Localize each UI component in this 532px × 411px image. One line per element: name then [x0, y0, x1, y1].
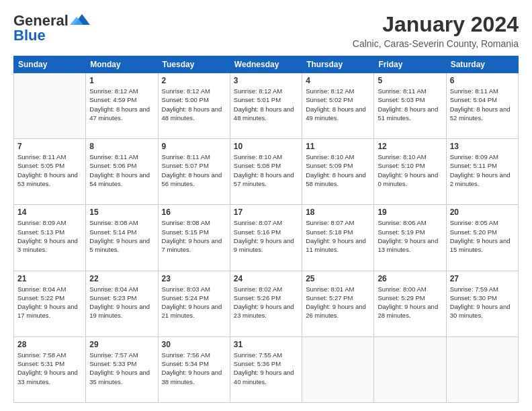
day-number: 10 — [234, 142, 298, 151]
day-number: 12 — [378, 142, 442, 151]
calendar-week-row: 14Sunrise: 8:09 AMSunset: 5:13 PMDayligh… — [14, 205, 519, 271]
table-row: 4Sunrise: 8:12 AMSunset: 5:02 PMDaylight… — [302, 73, 374, 139]
day-number: 19 — [378, 208, 442, 217]
table-row — [374, 336, 446, 402]
day-number: 26 — [378, 274, 442, 283]
day-number: 21 — [17, 274, 82, 283]
day-number: 11 — [306, 142, 370, 151]
day-info: Sunrise: 8:01 AMSunset: 5:27 PMDaylight:… — [306, 285, 370, 320]
day-info: Sunrise: 8:08 AMSunset: 5:14 PMDaylight:… — [89, 218, 154, 254]
day-info: Sunrise: 8:11 AMSunset: 5:05 PMDaylight:… — [17, 152, 82, 188]
day-info: Sunrise: 8:07 AMSunset: 5:16 PMDaylight:… — [234, 218, 298, 254]
calendar-body: 1Sunrise: 8:12 AMSunset: 4:59 PMDaylight… — [14, 73, 519, 403]
day-info: Sunrise: 8:02 AMSunset: 5:26 PMDaylight:… — [234, 285, 298, 320]
day-info: Sunrise: 7:57 AMSunset: 5:33 PMDaylight:… — [89, 351, 154, 386]
table-row: 12Sunrise: 8:10 AMSunset: 5:10 PMDayligh… — [374, 139, 446, 205]
day-info: Sunrise: 7:55 AMSunset: 5:36 PMDaylight:… — [234, 351, 298, 386]
day-info: Sunrise: 8:12 AMSunset: 5:00 PMDaylight:… — [162, 87, 226, 122]
table-row — [14, 73, 86, 139]
day-number: 4 — [306, 76, 370, 85]
day-number: 28 — [17, 340, 82, 349]
table-row: 3Sunrise: 8:12 AMSunset: 5:01 PMDaylight… — [230, 73, 302, 139]
day-info: Sunrise: 8:09 AMSunset: 5:11 PMDaylight:… — [450, 152, 515, 188]
day-number: 17 — [234, 208, 298, 217]
table-row: 19Sunrise: 8:06 AMSunset: 5:19 PMDayligh… — [374, 205, 446, 271]
day-info: Sunrise: 8:11 AMSunset: 5:06 PMDaylight:… — [89, 152, 154, 188]
day-info: Sunrise: 8:06 AMSunset: 5:19 PMDaylight:… — [378, 218, 442, 254]
day-info: Sunrise: 8:12 AMSunset: 4:59 PMDaylight:… — [89, 87, 154, 122]
header: General Blue January 2024 Calnic, Caras-… — [13, 12, 519, 49]
col-saturday: Saturday — [446, 56, 518, 73]
table-row: 7Sunrise: 8:11 AMSunset: 5:05 PMDaylight… — [14, 139, 86, 205]
day-number: 25 — [306, 274, 370, 283]
day-number: 1 — [89, 76, 154, 85]
day-number: 13 — [450, 142, 515, 151]
calendar-week-row: 7Sunrise: 8:11 AMSunset: 5:05 PMDaylight… — [14, 139, 519, 205]
day-number: 27 — [450, 274, 515, 283]
table-row: 21Sunrise: 8:04 AMSunset: 5:22 PMDayligh… — [14, 271, 86, 336]
day-number: 5 — [378, 76, 442, 85]
col-sunday: Sunday — [14, 56, 86, 73]
day-info: Sunrise: 8:05 AMSunset: 5:20 PMDaylight:… — [450, 218, 515, 254]
calendar-week-row: 21Sunrise: 8:04 AMSunset: 5:22 PMDayligh… — [14, 271, 519, 336]
day-number: 6 — [450, 76, 515, 85]
col-tuesday: Tuesday — [158, 56, 230, 73]
table-row: 13Sunrise: 8:09 AMSunset: 5:11 PMDayligh… — [446, 139, 518, 205]
table-row: 30Sunrise: 7:56 AMSunset: 5:34 PMDayligh… — [158, 336, 230, 402]
day-info: Sunrise: 8:10 AMSunset: 5:08 PMDaylight:… — [234, 152, 298, 188]
title-block: January 2024 Calnic, Caras-Severin Count… — [353, 12, 519, 49]
day-number: 29 — [89, 340, 154, 349]
day-info: Sunrise: 8:12 AMSunset: 5:02 PMDaylight:… — [306, 87, 370, 122]
table-row: 17Sunrise: 8:07 AMSunset: 5:16 PMDayligh… — [230, 205, 302, 271]
table-row: 25Sunrise: 8:01 AMSunset: 5:27 PMDayligh… — [302, 271, 374, 336]
day-number: 22 — [89, 274, 154, 283]
day-number: 16 — [162, 208, 226, 217]
day-number: 9 — [162, 142, 226, 151]
calendar-subtitle: Calnic, Caras-Severin County, Romania — [353, 38, 519, 49]
table-row: 22Sunrise: 8:04 AMSunset: 5:23 PMDayligh… — [86, 271, 158, 336]
table-row: 20Sunrise: 8:05 AMSunset: 5:20 PMDayligh… — [446, 205, 518, 271]
day-info: Sunrise: 8:11 AMSunset: 5:03 PMDaylight:… — [378, 87, 442, 122]
table-row: 24Sunrise: 8:02 AMSunset: 5:26 PMDayligh… — [230, 271, 302, 336]
day-info: Sunrise: 8:10 AMSunset: 5:09 PMDaylight:… — [306, 152, 370, 188]
col-monday: Monday — [86, 56, 158, 73]
day-info: Sunrise: 8:03 AMSunset: 5:24 PMDaylight:… — [162, 285, 226, 320]
calendar-header-row: Sunday Monday Tuesday Wednesday Thursday… — [14, 56, 519, 73]
day-info: Sunrise: 7:59 AMSunset: 5:30 PMDaylight:… — [450, 285, 515, 320]
table-row: 18Sunrise: 8:07 AMSunset: 5:18 PMDayligh… — [302, 205, 374, 271]
day-info: Sunrise: 8:12 AMSunset: 5:01 PMDaylight:… — [234, 87, 298, 122]
day-info: Sunrise: 8:11 AMSunset: 5:07 PMDaylight:… — [162, 152, 226, 188]
table-row — [446, 336, 518, 402]
table-row: 31Sunrise: 7:55 AMSunset: 5:36 PMDayligh… — [230, 336, 302, 402]
table-row: 11Sunrise: 8:10 AMSunset: 5:09 PMDayligh… — [302, 139, 374, 205]
table-row: 1Sunrise: 8:12 AMSunset: 4:59 PMDaylight… — [86, 73, 158, 139]
day-number: 7 — [17, 142, 82, 151]
table-row: 16Sunrise: 8:08 AMSunset: 5:15 PMDayligh… — [158, 205, 230, 271]
table-row: 15Sunrise: 8:08 AMSunset: 5:14 PMDayligh… — [86, 205, 158, 271]
calendar-title: January 2024 — [353, 12, 519, 37]
table-row: 8Sunrise: 8:11 AMSunset: 5:06 PMDaylight… — [86, 139, 158, 205]
table-row: 28Sunrise: 7:58 AMSunset: 5:31 PMDayligh… — [14, 336, 86, 402]
logo-blue: Blue — [13, 27, 46, 44]
col-wednesday: Wednesday — [230, 56, 302, 73]
col-thursday: Thursday — [302, 56, 374, 73]
table-row: 2Sunrise: 8:12 AMSunset: 5:00 PMDaylight… — [158, 73, 230, 139]
day-number: 30 — [162, 340, 226, 349]
table-row — [302, 336, 374, 402]
day-number: 3 — [234, 76, 298, 85]
table-row: 6Sunrise: 8:11 AMSunset: 5:04 PMDaylight… — [446, 73, 518, 139]
calendar-week-row: 28Sunrise: 7:58 AMSunset: 5:31 PMDayligh… — [14, 336, 519, 402]
table-row: 10Sunrise: 8:10 AMSunset: 5:08 PMDayligh… — [230, 139, 302, 205]
day-number: 14 — [17, 208, 82, 217]
day-info: Sunrise: 7:56 AMSunset: 5:34 PMDaylight:… — [162, 351, 226, 386]
day-number: 15 — [89, 208, 154, 217]
day-info: Sunrise: 8:04 AMSunset: 5:22 PMDaylight:… — [17, 285, 82, 320]
table-row: 26Sunrise: 8:00 AMSunset: 5:29 PMDayligh… — [374, 271, 446, 336]
table-row: 14Sunrise: 8:09 AMSunset: 5:13 PMDayligh… — [14, 205, 86, 271]
day-info: Sunrise: 8:04 AMSunset: 5:23 PMDaylight:… — [89, 285, 154, 320]
day-info: Sunrise: 8:11 AMSunset: 5:04 PMDaylight:… — [450, 87, 515, 122]
table-row: 29Sunrise: 7:57 AMSunset: 5:33 PMDayligh… — [86, 336, 158, 402]
logo-icon — [70, 13, 90, 28]
day-number: 18 — [306, 208, 370, 217]
day-number: 2 — [162, 76, 226, 85]
